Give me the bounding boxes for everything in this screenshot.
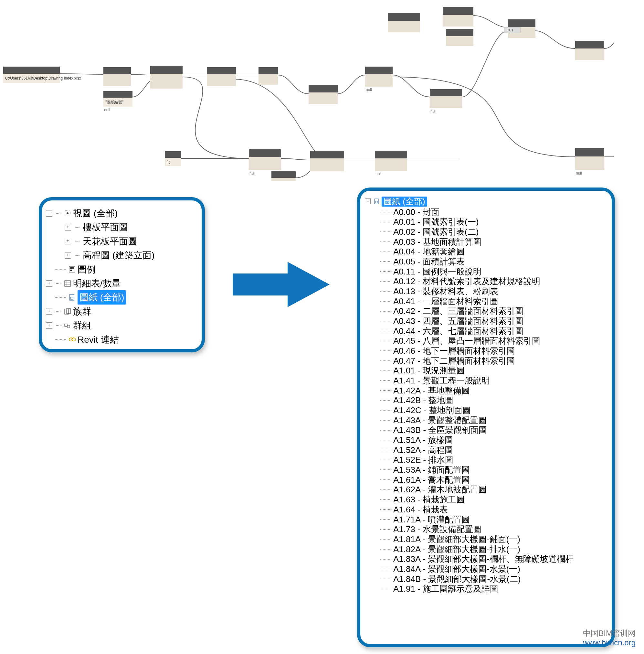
sheet-item[interactable]: A0.05 - 面積計算表 (365, 257, 607, 267)
sheets-tree[interactable]: − 圖紙 (全部) A0.00 - 封面A0.01 - 圖號索引表(一)A0.0… (365, 197, 607, 594)
sheet-item[interactable]: A0.43 - 四層、五層牆面材料索引圖 (365, 316, 607, 326)
sheet-item[interactable]: A0.44 - 六層、七層牆面材料索引圖 (365, 326, 607, 336)
expand-icon[interactable]: + (46, 280, 52, 287)
project-browser-tree[interactable]: − 視圖 (全部) +樓板平面圖 +天花板平面圖 +高程圖 (建築立面) 圖例 … (46, 206, 198, 346)
sheets-header-label[interactable]: 圖紙 (全部) (382, 197, 427, 207)
svg-rect-80 (271, 171, 296, 178)
sheets-all-label[interactable]: 圖紙 (全部) (77, 290, 126, 304)
sheet-item[interactable]: A1.42A - 基地整備圖 (365, 386, 607, 396)
sheet-item[interactable]: A1.83A - 景觀細部大樣圖-欄杆、無障礙坡道欄杆 (365, 554, 607, 564)
dynamo-graph[interactable]: C:\Users\35143\Desktop\Drawing Index.xls… (0, 0, 614, 181)
sheet-item[interactable]: A0.41 - 一層牆面材料索引圖 (365, 296, 607, 307)
sheet-item[interactable]: A0.02 - 圖號索引表(二) (365, 227, 607, 237)
svg-rect-20 (365, 67, 393, 74)
sheet-item[interactable]: A0.03 - 基地面積計算圖 (365, 237, 607, 247)
svg-rect-0 (388, 13, 420, 21)
sheet-item[interactable]: A1.51A - 放樣圖 (365, 435, 607, 445)
sheet-item[interactable]: A1.42B - 整地圖 (365, 396, 607, 405)
svg-rect-15 (207, 74, 236, 86)
svg-text:1;: 1; (167, 160, 170, 164)
svg-rect-84 (375, 151, 407, 158)
expand-icon[interactable]: + (46, 308, 52, 315)
sheet-item[interactable]: A0.00 - 封面 (365, 207, 607, 217)
schedules-label[interactable]: 明細表/數量 (73, 276, 121, 290)
expand-icon[interactable]: + (65, 252, 71, 258)
sheets-panel: − 圖紙 (全部) A0.00 - 封面A0.01 - 圖號索引表(一)A0.0… (357, 187, 615, 647)
svg-rect-5 (446, 36, 474, 46)
svg-rect-112 (65, 324, 67, 326)
svg-rect-13 (150, 74, 183, 89)
svg-rect-81 (271, 178, 296, 181)
svg-rect-78 (249, 157, 281, 170)
sheet-item[interactable]: A1.63 - 植栽施工圖 (365, 495, 607, 505)
svg-rect-2 (443, 7, 474, 15)
svg-rect-109 (70, 297, 73, 299)
sheet-item[interactable]: A0.13 - 裝修材料表、粉刷表 (365, 287, 607, 296)
svg-text:null: null (431, 109, 437, 113)
sheet-item[interactable]: A1.41 - 景觀工程一般說明 (365, 376, 607, 386)
svg-rect-102 (72, 267, 74, 269)
elevations-label[interactable]: 高程圖 (建築立面) (83, 248, 155, 262)
groups-label[interactable]: 群組 (73, 318, 91, 332)
svg-rect-82 (310, 151, 344, 158)
svg-rect-4 (446, 29, 474, 36)
views-all-label[interactable]: 視圖 (全部) (73, 206, 118, 220)
svg-rect-6 (508, 19, 535, 27)
svg-text:OUT: OUT (507, 28, 513, 32)
collapse-icon[interactable]: − (365, 199, 371, 204)
expand-icon[interactable]: + (65, 224, 71, 230)
revit-links-label[interactable]: Revit 連結 (77, 333, 119, 346)
expand-icon[interactable]: + (65, 238, 71, 244)
sheet-item[interactable]: A1.84B - 景觀細部大樣圖-水景(二) (365, 574, 607, 584)
svg-rect-85 (375, 158, 407, 171)
svg-rect-24 (430, 96, 462, 108)
svg-rect-103 (70, 270, 72, 271)
svg-rect-88 (575, 156, 604, 170)
sheet-item[interactable]: A0.42 - 二層、三層牆面材料索引圖 (365, 306, 607, 316)
svg-text:null: null (576, 171, 582, 176)
sheet-item[interactable]: A0.45 - 八層、屋凸一層牆面材料索引圖 (365, 336, 607, 346)
floor-plans-label[interactable]: 樓板平面圖 (83, 220, 128, 234)
svg-rect-3 (443, 15, 474, 26)
sheet-item[interactable]: A1.82A - 景觀細部大樣圖-排水(一) (365, 544, 607, 555)
arrow-icon (233, 262, 329, 307)
sheet-item[interactable]: A1.52A - 高程圖 (365, 445, 607, 455)
sheet-item[interactable]: A1.71A - 噴灌配置圖 (365, 515, 607, 525)
sheet-item[interactable]: A1.91 - 施工圍籬示意及詳圖 (365, 584, 607, 594)
sheet-item[interactable]: A0.12 - 材料代號索引表及建材規格說明 (365, 276, 607, 287)
svg-rect-19 (308, 92, 338, 104)
sheet-item[interactable]: A1.61A - 喬木配置圖 (365, 475, 607, 485)
svg-rect-10 (104, 67, 131, 74)
families-label[interactable]: 族群 (73, 305, 91, 318)
sheet-item[interactable]: A1.43B - 全區景觀剖面圖 (365, 425, 607, 435)
svg-rect-16 (258, 67, 278, 74)
expand-icon[interactable]: + (46, 322, 52, 329)
schedules-icon (64, 280, 71, 287)
sheet-item[interactable]: A0.11 - 圖例與一般說明 (365, 267, 607, 277)
sheet-item[interactable]: A1.62A - 灌木地被配置圖 (365, 484, 607, 495)
collapse-icon[interactable]: − (46, 210, 52, 217)
svg-rect-77 (249, 149, 281, 157)
families-icon (64, 308, 71, 315)
sheet-item[interactable]: A1.84A - 景觀細部大樣圖-水景(一) (365, 564, 607, 574)
sheet-item[interactable]: A1.42C - 整地剖面圖 (365, 405, 607, 415)
path-node-text: C:\Users\35143\Desktop\Drawing Index.xls… (5, 76, 81, 81)
sheet-item[interactable]: A0.46 - 地下一層牆面材料索引圖 (365, 346, 607, 356)
sheet-item[interactable]: A1.01 - 現況測量圖 (365, 366, 607, 376)
sheet-item[interactable]: A1.73 - 水景設備配置圖 (365, 524, 607, 534)
svg-rect-100 (69, 266, 75, 272)
sheet-item[interactable]: A0.47 - 地下二層牆面材料索引圖 (365, 356, 607, 366)
sheet-item[interactable]: A0.01 - 圖號索引表(一) (365, 217, 607, 227)
ceiling-plans-label[interactable]: 天花板平面圖 (83, 234, 137, 248)
legends-label[interactable]: 圖例 (77, 263, 96, 276)
sheet-item[interactable]: A1.64 - 植栽表 (365, 505, 607, 515)
sheet-item[interactable]: A1.52E - 排水圖 (365, 455, 607, 465)
sheets-icon (69, 294, 76, 301)
sheet-item[interactable]: A1.81A - 景觀細部大樣圖-鋪面(一) (365, 534, 607, 544)
svg-rect-14 (207, 67, 236, 74)
sheet-item[interactable]: A1.53A - 鋪面配置圖 (365, 465, 607, 475)
svg-rect-101 (70, 267, 72, 269)
sheet-item[interactable]: A1.43A - 景觀整體配置圖 (365, 415, 607, 425)
sheet-item[interactable]: A0.04 - 地籍套繪圖 (365, 247, 607, 257)
sheets-icon (373, 198, 380, 205)
